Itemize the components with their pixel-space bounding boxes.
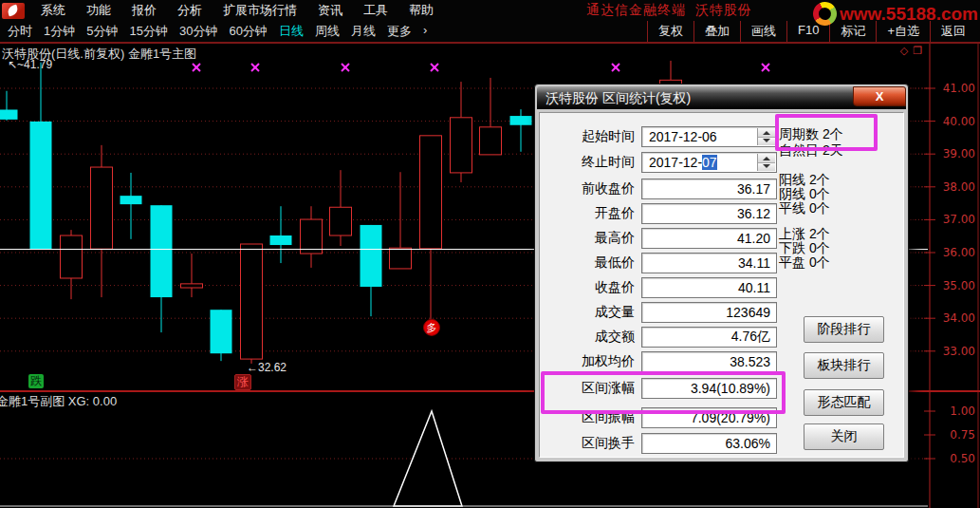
toolbar-button[interactable]: 画线 — [740, 21, 786, 42]
svg-text:1.00: 1.00 — [950, 405, 975, 418]
period-tab[interactable]: 30分钟 — [176, 23, 221, 40]
period-tab[interactable]: 更多 — [383, 23, 416, 40]
menu-item[interactable]: 扩展市场行情 — [213, 2, 307, 19]
toolbar-button[interactable]: 复权 — [647, 21, 693, 42]
svg-text:38.00: 38.00 — [943, 180, 975, 194]
menu-item[interactable]: 报价 — [121, 2, 167, 19]
dialog-button[interactable]: 形态匹配 — [804, 389, 884, 416]
main-menu: 系统功能报价分析扩展市场行情资讯工具帮助 — [30, 2, 444, 19]
period-tab[interactable]: 月线 — [347, 23, 379, 40]
dialog-button[interactable]: 关闭 — [804, 423, 884, 450]
svg-text:41.00: 41.00 — [943, 82, 975, 95]
toolbar-button[interactable]: 叠加 — [693, 21, 740, 42]
menu-item[interactable]: 功能 — [76, 2, 121, 19]
period-tab[interactable]: 分时 — [4, 23, 36, 40]
period-tab[interactable]: 日线 — [275, 23, 307, 40]
svg-text:34.00: 34.00 — [943, 311, 975, 325]
high-price-annotation: ↖~41.79 — [8, 58, 52, 71]
period-tab[interactable]: 15分钟 — [125, 23, 171, 40]
low-price-annotation: ←32.62 — [247, 361, 287, 374]
dialog-buttons: 阶段排行板块排行形态匹配关闭 — [535, 85, 908, 461]
period-tab[interactable]: 周线 — [311, 23, 343, 40]
rise-badge: 涨 — [234, 374, 251, 390]
period-tabs: 分时1分钟5分钟15分钟30分钟60分钟日线周线月线更多› — [0, 23, 431, 40]
panel-icon[interactable]: ❐ — [913, 45, 927, 56]
dialog-button[interactable]: 阶段排行 — [804, 316, 884, 343]
period-tab[interactable]: 1分钟 — [40, 23, 79, 40]
diamond-icon[interactable]: ◇ — [900, 45, 913, 56]
menu-item[interactable]: 资讯 — [307, 2, 353, 19]
svg-text:37.00: 37.00 — [943, 213, 975, 226]
watermark-logo: www.55188.com — [813, 2, 978, 26]
svg-text:39.00: 39.00 — [943, 147, 975, 160]
period-tab[interactable]: 60分钟 — [225, 23, 270, 40]
fall-badge: 跌 — [28, 374, 44, 388]
svg-text:0.75: 0.75 — [950, 428, 975, 442]
terminal-title: 通达信金融终端 沃特股份 — [586, 2, 752, 19]
app-logo-icon[interactable] — [2, 3, 25, 19]
watermark-text: www.55188.com — [840, 4, 978, 25]
period-tab[interactable]: 5分钟 — [83, 23, 121, 40]
menu-item[interactable]: 帮助 — [398, 2, 444, 19]
svg-text:0.50: 0.50 — [950, 452, 975, 465]
menu-item[interactable]: 工具 — [353, 2, 398, 19]
sub-indicator-title: 金雕1号副图 XG: 0.00 — [0, 393, 117, 410]
menu-item[interactable]: 系统 — [30, 2, 76, 19]
svg-text:40.00: 40.00 — [943, 115, 975, 128]
svg-text:36.00: 36.00 — [943, 246, 975, 259]
menu-item[interactable]: 分析 — [167, 2, 213, 19]
svg-text:35.00: 35.00 — [943, 279, 975, 292]
app-window: 41.0040.0039.0038.0037.0036.0035.0034.00… — [0, 0, 980, 508]
svg-text:33.00: 33.00 — [943, 345, 975, 358]
period-tab[interactable]: › — [419, 23, 431, 40]
chart-corner-tools: ◇❐ — [900, 45, 927, 57]
dialog-button[interactable]: 板块排行 — [804, 352, 884, 379]
swirl-icon — [809, 0, 841, 29]
interval-stats-dialog: 沃特股份 区间统计(复权) X 起始时间2017-12-06终止时间2017-1… — [534, 84, 909, 462]
svg-text:多: 多 — [427, 322, 437, 334]
stock-name: 沃特股份 — [695, 2, 752, 17]
